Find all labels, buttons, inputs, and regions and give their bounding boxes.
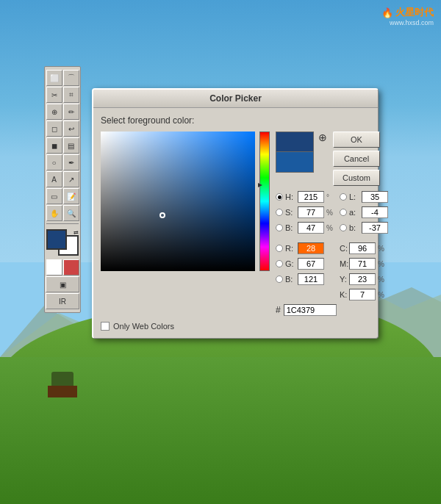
radio-G[interactable] (276, 260, 283, 267)
screen-mode-btn[interactable]: ▣ (46, 276, 79, 292)
custom-button[interactable]: Custom (333, 170, 380, 186)
hue-slider-container[interactable] (259, 132, 271, 271)
field-row-K: K: % (340, 288, 388, 301)
input-b2[interactable] (362, 222, 388, 234)
color-picker-dialog: Color Picker Select foreground color: (92, 88, 379, 339)
field-row-C: C: % (340, 242, 388, 255)
shape-tool[interactable]: ▭ (46, 188, 62, 204)
hue-slider-thumb (258, 183, 271, 187)
history-tool[interactable]: ↩ (63, 120, 79, 137)
input-Blue[interactable] (298, 273, 324, 285)
input-Y[interactable] (349, 273, 376, 285)
radio-H[interactable] (276, 193, 283, 201)
healing-tool[interactable]: ⊕ (46, 104, 62, 120)
tool-row-9: ✋ 🔍 (46, 205, 79, 221)
field-row-R: R: (276, 242, 334, 255)
tool-row-3: ⊕ ✏ (46, 104, 79, 120)
new-color-swatch (276, 132, 314, 152)
color-field-dark-overlay (101, 132, 255, 271)
color-field[interactable] (101, 132, 255, 271)
cancel-button[interactable]: Cancel (333, 151, 380, 167)
web-colors-row: Only Web Colors (101, 322, 370, 331)
radio-S[interactable] (276, 209, 283, 216)
field-row-a: a: (340, 206, 388, 219)
input-G[interactable] (298, 258, 324, 270)
label-B: B: (285, 223, 295, 232)
swatch-and-buttons: ⊕ OK Cancel Custom (276, 132, 388, 186)
radio-a[interactable] (340, 209, 347, 216)
gradient-tool[interactable]: ▤ (63, 137, 79, 154)
field-row-H: H: ° (276, 190, 334, 204)
label-Blue: B: (285, 275, 295, 284)
type-tool[interactable]: A (46, 171, 62, 187)
imageready-btn[interactable]: IR (46, 293, 79, 309)
all-fields: H: ° S: % (276, 190, 388, 301)
logo-icon: 🔥 (381, 7, 393, 18)
quickmask-mode-btn[interactable] (63, 259, 79, 276)
tool-row-2: ✂ ⌗ (46, 87, 79, 103)
input-K[interactable] (349, 289, 376, 300)
logo: 🔥 火星时代 www.hxsd.com (381, 6, 434, 26)
input-a[interactable] (362, 206, 388, 218)
radio-B[interactable] (276, 224, 283, 231)
photoshop-toolbar: ⬜ ⌒ ✂ ⌗ ⊕ ✏ ◻ ↩ ◼ ▤ ○ ✒ A ↗ ▭ 📝 ✋ 🔍 ⇄ (44, 66, 81, 313)
foreground-color-swatch[interactable] (46, 229, 67, 250)
crop-tool[interactable]: ✂ (46, 87, 62, 103)
toolbar-separator (46, 223, 79, 224)
tool-row-6: ○ ✒ (46, 154, 79, 170)
eraser-tool[interactable]: ◼ (46, 137, 62, 154)
old-color-swatch (276, 152, 314, 173)
dodge-tool[interactable]: ○ (46, 154, 62, 170)
dialog-titlebar: Color Picker (93, 90, 378, 108)
label-G: G: (285, 259, 295, 268)
slice-tool[interactable]: ⌗ (63, 87, 79, 103)
label-H: H: (285, 192, 295, 201)
field-row-S: S: % (276, 206, 334, 219)
logo-url: www.hxsd.com (381, 19, 434, 26)
field-row-Y: Y: % (340, 273, 388, 286)
color-field-container[interactable] (101, 132, 255, 271)
zoom-tool[interactable]: 🔍 (63, 205, 79, 221)
stamp-tool[interactable]: ◻ (46, 120, 62, 137)
lasso-tool[interactable]: ⌒ (63, 70, 79, 86)
unit-H: ° (326, 193, 334, 201)
input-C[interactable] (349, 242, 376, 254)
eyedropper-icon[interactable]: ⊕ (318, 132, 327, 143)
pen-tool[interactable]: ✒ (63, 154, 79, 170)
dialog-title: Color Picker (209, 93, 262, 104)
unit-S: % (326, 209, 334, 217)
ok-button[interactable]: OK (333, 132, 380, 148)
input-L[interactable] (362, 191, 388, 203)
hue-slider[interactable] (259, 132, 270, 271)
brush-tool[interactable]: ✏ (63, 104, 79, 120)
standard-mode-btn[interactable] (46, 259, 62, 276)
field-row-Blue: B: (276, 273, 334, 286)
label-S: S: (285, 208, 295, 217)
field-row-G: G: (276, 257, 334, 270)
input-B[interactable] (298, 222, 324, 234)
hand-tool[interactable]: ✋ (46, 205, 62, 221)
hex-hash: # (276, 305, 281, 315)
radio-R[interactable] (276, 245, 283, 252)
marquee-tool[interactable]: ⬜ (46, 70, 62, 86)
label-b2: b: (349, 223, 359, 232)
path-tool[interactable]: ↗ (63, 171, 79, 187)
label-a: a: (349, 208, 359, 217)
swap-colors-icon[interactable]: ⇄ (74, 229, 79, 236)
unit-B: % (326, 224, 334, 232)
notes-tool[interactable]: 📝 (63, 188, 79, 204)
dialog-buttons: OK Cancel Custom (333, 132, 380, 186)
input-R[interactable] (298, 242, 324, 254)
color-swatches (276, 132, 314, 173)
fg-bg-color-box[interactable]: ⇄ (46, 229, 79, 256)
lab-cmyk-fields: L: a: b: (340, 190, 388, 301)
input-M[interactable] (349, 258, 376, 270)
web-colors-checkbox[interactable] (101, 322, 110, 331)
radio-L[interactable] (340, 193, 347, 201)
input-H[interactable] (298, 191, 324, 203)
input-S[interactable] (298, 206, 324, 218)
radio-b2[interactable] (340, 224, 347, 231)
radio-Blue[interactable] (276, 276, 283, 283)
hex-input[interactable] (284, 304, 337, 316)
dialog-body: Select foreground color: (93, 108, 378, 338)
